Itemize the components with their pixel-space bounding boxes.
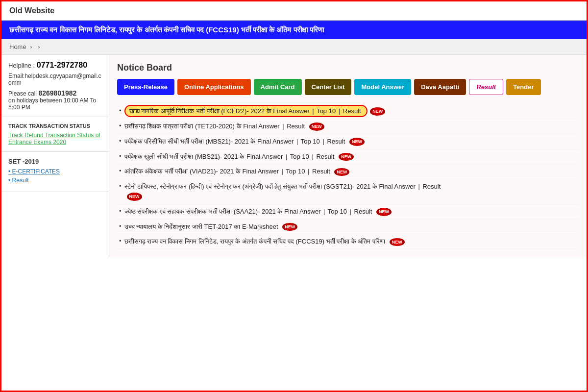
notice-text-5[interactable]: आंतरिक अंकेक्षक भर्ती परीक्षा (VIAD21)- … [124,167,579,176]
helpline-email: Email:helpdesk.cgvyapam@gmail.comm [8,73,102,86]
sidebar: Helpline : 0771-2972780 Email:helpdesk.c… [1,55,109,257]
new-badge: NEW [389,238,405,247]
btn-model-answer[interactable]: Model Answer [354,79,411,95]
new-badge: NEW [309,122,325,131]
bullet-icon: • [119,237,122,245]
sidebar-link-result[interactable]: • Result [8,177,102,184]
notice-text-1[interactable]: खाद्य नागरिक आपूर्ति निरीक्षक भर्ती परीक… [124,106,579,116]
helpline-number: 0771-2972780 [37,61,87,69]
bullet-icon: • [119,207,122,215]
btn-online-applications[interactable]: Online Applications [177,79,251,95]
btn-press-release[interactable]: Press-Release [117,79,174,95]
new-badge: NEW [349,137,365,147]
new-badge: NEW [334,168,350,177]
call-number: 8269801982 [38,89,76,97]
top-bar: Old Website [1,1,587,21]
notice-text-4[interactable]: पर्यवेक्षक खुली सीधी भर्ती परीक्षा (MBS2… [124,152,579,162]
new-badge: NEW [376,207,392,217]
notice-item-2: • छत्तीसगढ़ शिक्षक पात्रता परीक्षा (TET2… [117,119,579,134]
notice-item-7: • ज्येष्ठ संपरीक्षक एवं सहायक संपरीक्षक … [117,204,579,220]
notice-text-3[interactable]: पर्यवेक्षक परिसीमित सीधी भर्ती परीक्षा (… [124,137,579,147]
notice-item-4: • पर्यवेक्षक खुली सीधी भर्ती परीक्षा (MB… [117,149,579,165]
highlighted-notice: खाद्य नागरिक आपूर्ति निरीक्षक भर्ती परीक… [124,105,368,117]
notice-item-1: • खाद्य नागरिक आपूर्ति निरीक्षक भर्ती पर… [117,104,579,119]
marquee-banner: छत्तीसगढ़ राज्य वन विकास निगम लिनिटेड, र… [1,21,587,39]
notice-item-8: • उच्च न्यायालय के निर्देशानुसार जारी TE… [117,220,579,235]
bullet-icon: • [119,182,122,190]
notice-board-title: Notice Board [117,63,579,73]
new-badge: NEW [282,222,298,232]
notice-text-8[interactable]: उच्च न्यायालय के निर्देशानुसार जारी TET-… [124,222,579,232]
notice-text-2[interactable]: छत्तीसगढ़ शिक्षक पात्रता परीक्षा (TET20-… [124,122,579,131]
sidebar-link-ecertificates[interactable]: • E-CERTIFICATES [8,168,102,175]
bullet-icon: • [119,152,122,160]
btn-dava-aapatti[interactable]: Dava Aapatti [414,79,466,95]
call-info: Please call 8269801982 on holidays betwe… [8,89,102,111]
breadcrumb: Home › › [1,39,587,55]
old-website-label: Old Website [9,6,54,15]
btn-result[interactable]: Result [469,79,503,95]
bullet-icon: • [119,137,122,145]
btn-admit-card[interactable]: Admit Card [254,79,302,95]
notice-item-6: • स्टेनो टायिपस्ट, स्टेनोग्राफर (हिन्दी)… [117,179,579,204]
notice-text-6[interactable]: स्टेनो टायिपस्ट, स्टेनोग्राफर (हिन्दी) ए… [124,182,579,201]
helpline-section: Helpline : 0771-2972780 Email:helpdesk.c… [1,55,109,117]
track-label: TRACK TRANSACTION STATUS [8,123,102,129]
notice-item-5: • आंतरिक अंकेक्षक भर्ती परीक्षा (VIAD21)… [117,164,579,179]
btn-center-list[interactable]: Center List [305,79,352,95]
track-link[interactable]: Track Refund Transaction Status of Entra… [8,132,102,146]
helpline-label: Helpline : 0771-2972780 [8,61,102,70]
bullet-icon: • [119,107,122,114]
notice-buttons-row: Press-Release Online Applications Admit … [117,79,579,95]
track-section: TRACK TRANSACTION STATUS Track Refund Tr… [1,117,109,152]
new-badge: NEW [369,107,386,116]
notice-text-9[interactable]: छत्तीसगढ़ राज्य वन विकास निगम लिनिटेड, र… [124,237,579,246]
main-layout: Helpline : 0771-2972780 Email:helpdesk.c… [1,55,587,257]
bullet-icon: • [119,222,122,230]
notice-board: Notice Board Press-Release Online Applic… [109,55,587,257]
btn-tender[interactable]: Tender [506,79,540,95]
breadcrumb-home[interactable]: Home [9,43,26,50]
notice-list: • खाद्य नागरिक आपूर्ति निरीक्षक भर्ती पर… [117,104,579,249]
set-section: SET -2019 • E-CERTIFICATES • Result [1,152,109,192]
bullet-icon: • [119,167,122,174]
breadcrumb-sep2: › [38,43,40,50]
new-badge: NEW [126,192,143,201]
banner-text: छत्तीसगढ़ राज्य वन विकास निगम लिनिटेड, र… [9,25,324,34]
notice-text-7[interactable]: ज्येष्ठ संपरीक्षक एवं सहायक संपरीक्षक भर… [124,207,579,217]
notice-item-3: • पर्यवेक्षक परिसीमित सीधी भर्ती परीक्षा… [117,134,579,149]
notice-item-9: • छत्तीसगढ़ राज्य वन विकास निगम लिनिटेड,… [117,234,579,249]
set-label: SET -2019 [8,158,102,165]
bullet-icon: • [119,122,122,129]
new-badge: NEW [338,152,354,162]
breadcrumb-sep1: › [30,43,32,50]
